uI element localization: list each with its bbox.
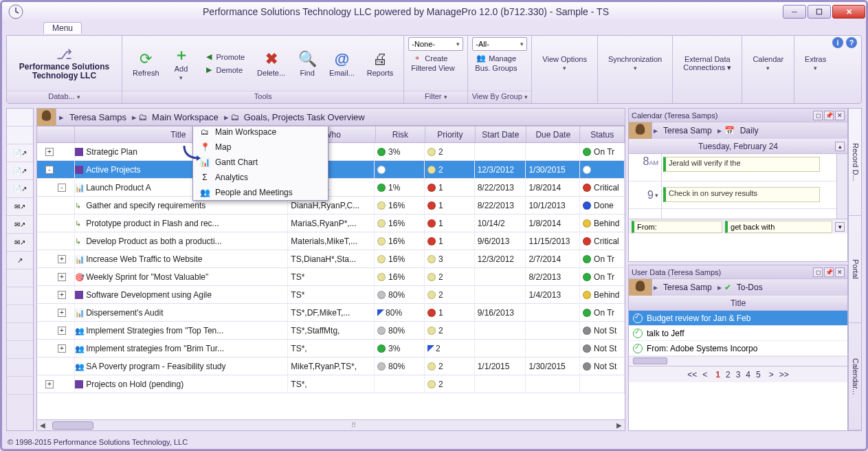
gutter-flag-7[interactable]: ↗ xyxy=(7,252,33,270)
pager-last[interactable]: >> xyxy=(779,370,789,380)
pager-page[interactable]: 2 xyxy=(726,370,731,380)
bc-chevron-icon[interactable]: ▸ xyxy=(131,112,138,122)
bc-chevron-icon[interactable]: ▸ xyxy=(58,112,65,122)
table-row[interactable]: 👥SA Poverty program - Feasibility studyM… xyxy=(37,358,625,375)
pager-page[interactable]: 3 xyxy=(736,370,741,380)
datab-dropdown-icon[interactable]: ▾ xyxy=(77,94,80,100)
info-icon[interactable]: i xyxy=(832,37,843,48)
todo-item[interactable]: Budget review for Jan & Feb xyxy=(629,311,847,326)
gutter-flag-4[interactable]: ✉↗ xyxy=(7,198,33,216)
sidetab-record[interactable]: Record D... xyxy=(849,109,861,216)
delete-button[interactable]: ✖ Delete... xyxy=(251,46,291,80)
scroll-thumb[interactable] xyxy=(52,421,93,430)
cal-scroll-up-icon[interactable]: ▴ xyxy=(835,142,845,151)
cal-getback-pill[interactable]: get back with xyxy=(725,221,832,233)
panel-close-icon[interactable]: ✕ xyxy=(835,111,845,120)
find-button[interactable]: 🔍 Find xyxy=(291,46,323,80)
refresh-button[interactable]: ⟳ Refresh xyxy=(126,46,166,80)
table-row[interactable]: +👥Implement strategies from "Brim Tur...… xyxy=(37,340,625,358)
panel-popout-icon[interactable]: ◻ xyxy=(813,111,823,120)
pager-page[interactable]: 1 xyxy=(715,370,720,380)
table-row[interactable]: +🎯Weekly Sprint for "Most Valuable"TS*16… xyxy=(37,268,625,286)
close-button[interactable]: ✕ xyxy=(832,5,865,19)
table-row[interactable]: ↳Develop Product as both a producti...Ma… xyxy=(37,232,625,250)
viewby-dropdown-icon[interactable]: ▾ xyxy=(524,94,528,100)
reports-button[interactable]: 🖨 Reports xyxy=(361,46,400,80)
sidetab-calendar[interactable]: Calendar... xyxy=(849,323,861,430)
view-options-button[interactable]: View Options▾ xyxy=(536,52,593,76)
table-row[interactable]: ↳Prototype product in Flash and rec...Ma… xyxy=(37,214,625,232)
menu-map[interactable]: 📍Map xyxy=(193,140,328,155)
tree-toggle[interactable]: + xyxy=(45,380,54,388)
todo-col-title[interactable]: Title xyxy=(629,296,847,311)
menu-gantt[interactable]: 📊Gantt Chart xyxy=(193,155,328,170)
manage-groups-button[interactable]: 👥Manage xyxy=(472,52,520,64)
hour-dropdown-icon[interactable]: ▾ xyxy=(655,192,658,199)
tree-toggle[interactable]: + xyxy=(58,291,66,299)
gutter-flag-1[interactable]: 📄↗ xyxy=(7,144,33,162)
cal-v-scrollbar[interactable] xyxy=(836,154,847,219)
sidetab-portal[interactable]: Portal xyxy=(849,216,861,323)
gutter-flag-5[interactable]: ✉↗ xyxy=(7,216,33,234)
brand-line2[interactable]: Technology LLC xyxy=(32,71,96,80)
external-data-button[interactable]: External DataConnections ▾ xyxy=(677,52,737,75)
bc-chevron-icon[interactable]: ▸ xyxy=(223,112,230,122)
panel-popout-icon[interactable]: ◻ xyxy=(813,267,823,277)
maximize-button[interactable]: ☐ xyxy=(808,5,831,19)
table-row[interactable]: -Active Projects212/3/20121/30/2015 xyxy=(37,161,625,179)
calendar-event[interactable]: Jerald will verify if the xyxy=(663,157,820,172)
table-row[interactable]: ↳Gather and specify requirementsDianaH,R… xyxy=(37,197,625,214)
tree-toggle[interactable]: - xyxy=(58,184,66,192)
menu-analytics[interactable]: ΣAnalytics xyxy=(193,170,328,185)
tree-toggle[interactable]: + xyxy=(58,344,66,353)
todo-item[interactable]: From: Adobe Systems Incorpo xyxy=(629,341,847,356)
pager-first[interactable]: << xyxy=(687,370,697,380)
brand-line1[interactable]: Performance Solutions xyxy=(19,62,109,72)
minimize-button[interactable]: ─ xyxy=(783,5,806,19)
add-button[interactable]: ＋ Add▾ xyxy=(166,42,197,85)
col-priority[interactable]: Priority xyxy=(425,126,475,142)
panel-close-icon[interactable]: ✕ xyxy=(835,267,845,277)
menu-main-workspace[interactable]: 🗂Main Workspace xyxy=(193,126,328,140)
table-row[interactable]: +📊Dispersement's AuditTS*,DF,MikeT,...80… xyxy=(37,304,625,322)
pager-page[interactable]: 4 xyxy=(746,370,750,380)
grid-h-scrollbar[interactable]: ◀ ⠿ ▶ xyxy=(37,419,625,430)
col-tree[interactable] xyxy=(37,126,75,142)
calendar-button[interactable]: Calendar▾ xyxy=(746,52,790,76)
scroll-left-icon[interactable]: ◀ xyxy=(37,421,48,429)
grid-body[interactable]: +Strategic Plan3%2On Tr-Active Projects2… xyxy=(37,143,625,419)
col-status[interactable]: Status xyxy=(580,126,625,142)
create-filter-button[interactable]: ⌖Create xyxy=(408,52,451,64)
tree-toggle[interactable]: + xyxy=(58,327,66,335)
bc-overview[interactable]: Goals, Projects Task Overview xyxy=(240,112,369,122)
panel-pin-icon[interactable]: 📌 xyxy=(824,111,834,120)
table-row[interactable]: +👥Implement Strategies from "Top Ten...T… xyxy=(37,322,625,340)
col-start[interactable]: Start Date xyxy=(476,126,526,142)
table-row[interactable]: +Projects on Hold (pending)TS*,2 xyxy=(37,375,625,393)
filter-group-dropdown-icon[interactable]: ▾ xyxy=(444,94,447,100)
tree-toggle[interactable]: + xyxy=(58,273,66,281)
col-risk[interactable]: Risk xyxy=(376,126,425,142)
filter-combo[interactable]: -None-▾ xyxy=(408,37,463,51)
table-row[interactable]: +Strategic Plan3%2On Tr xyxy=(37,143,625,161)
table-row[interactable]: +Software Development using AgileTS*80%2… xyxy=(37,286,625,304)
menu-people[interactable]: 👥People and Meetings xyxy=(193,185,328,200)
pager-next[interactable]: > xyxy=(769,370,774,380)
col-due[interactable]: Due Date xyxy=(526,126,580,142)
tree-toggle[interactable]: + xyxy=(58,309,66,317)
demote-button[interactable]: ▶Demote xyxy=(200,64,249,76)
synchronization-button[interactable]: Synchronization▾ xyxy=(602,52,668,76)
email-button[interactable]: @ Email... xyxy=(323,46,361,80)
cal-bc-user[interactable]: Teresa Samp xyxy=(659,126,716,135)
cal-scroll-down-icon[interactable]: ▾ xyxy=(835,222,845,232)
tree-toggle[interactable]: - xyxy=(45,166,54,174)
bc-workspace[interactable]: Main Workspace xyxy=(148,112,223,122)
panel-pin-icon[interactable]: 📌 xyxy=(824,267,834,277)
tree-toggle[interactable]: + xyxy=(45,148,54,156)
tree-toggle[interactable]: + xyxy=(58,255,66,263)
menu-tab[interactable]: Menu xyxy=(43,22,82,34)
table-row[interactable]: +📊Increase Web Traffic to WebsiteTS,Dian… xyxy=(37,250,625,268)
gutter-flag-6[interactable]: ✉↗ xyxy=(7,234,33,252)
bc-user[interactable]: Teresa Samps xyxy=(65,112,131,122)
pager-page[interactable]: 5 xyxy=(756,370,761,380)
